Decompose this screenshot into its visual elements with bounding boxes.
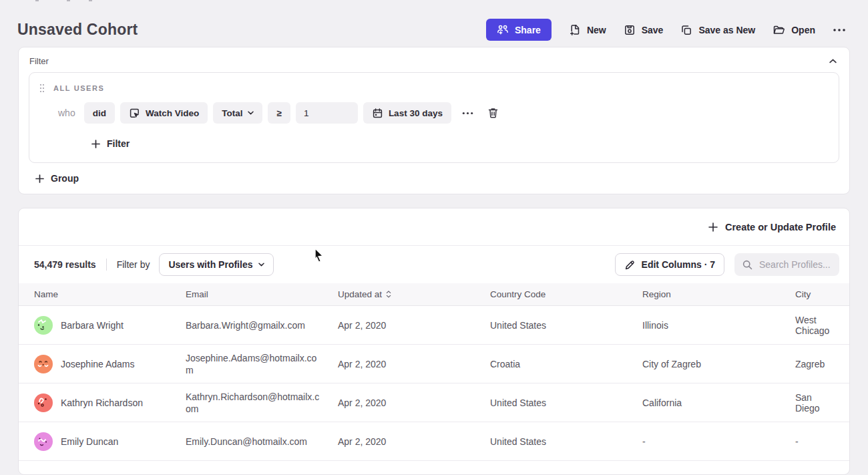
condition-more-button[interactable] <box>461 110 475 116</box>
value-input[interactable] <box>296 102 358 124</box>
new-label: New <box>587 25 606 35</box>
operator-chip[interactable]: ≥ <box>268 102 290 124</box>
more-actions-button[interactable] <box>833 28 846 32</box>
profile-city: West Chicago <box>795 315 849 336</box>
toolbar-divider <box>106 259 107 271</box>
who-label: who <box>58 108 75 118</box>
filter-condition-row: who did Watch Video Total <box>39 102 829 124</box>
profiles-search <box>734 253 839 276</box>
plus-icon <box>91 140 100 148</box>
save-button[interactable]: Save <box>624 24 664 36</box>
chevron-down-icon <box>248 111 254 115</box>
filter-by-label: Filter by <box>117 259 150 270</box>
filter-group-card: ALL USERS who did Watch Video Total <box>29 72 839 163</box>
avatar <box>34 432 53 451</box>
open-button[interactable]: Open <box>773 24 815 36</box>
filter-panel-header: Filter <box>29 56 839 66</box>
users-plus-icon <box>497 24 509 35</box>
column-header-email[interactable]: Email <box>186 289 338 299</box>
table-row[interactable]: Kathryn Richardson Kathryn.Richardson@ho… <box>19 383 849 422</box>
aggregation-label: Total <box>222 108 242 118</box>
profile-name: Josephine Adams <box>61 359 135 369</box>
results-toolbar: 54,479 results Filter by Users with Prof… <box>19 246 849 283</box>
save-as-new-button[interactable]: Save as New <box>680 24 755 36</box>
profile-email: Barbara.Wright@gmailx.com <box>186 319 338 331</box>
profiles-dropdown-label: Users with Profiles <box>168 259 252 270</box>
date-range-label: Last 30 days <box>389 108 443 118</box>
operator-label: ≥ <box>276 108 281 118</box>
column-header-country-code[interactable]: Country Code <box>490 289 642 299</box>
save-label: Save <box>642 25 664 35</box>
page-title: Unsaved Cohort <box>17 21 138 39</box>
profile-email: Emily.Duncan@hotmailx.com <box>186 436 338 448</box>
profile-email: Kathryn.Richardson@hotmailx.com <box>186 391 338 415</box>
column-header-city[interactable]: City <box>795 289 849 299</box>
add-group-label: Group <box>51 173 79 184</box>
delete-condition-button[interactable] <box>486 106 500 120</box>
save-icon <box>624 24 636 36</box>
page-header: Unsaved Cohort Share New <box>0 0 868 48</box>
add-group-button[interactable]: Group <box>35 173 79 184</box>
avatar <box>34 316 53 335</box>
table-row[interactable]: Josephine Adams Josephine.Adams@hotmailx… <box>19 345 849 383</box>
profile-email: Josephine.Adams@hotmailx.com <box>186 352 338 376</box>
sort-icon <box>386 291 391 298</box>
event-chip[interactable]: Watch Video <box>120 102 208 124</box>
filter-panel-label: Filter <box>29 56 49 66</box>
filter-panel: Filter ALL USERS who did <box>18 47 850 194</box>
add-filter-button[interactable]: Filter <box>91 138 130 149</box>
profile-region: California <box>642 398 795 408</box>
open-label: Open <box>791 25 815 35</box>
column-header-region[interactable]: Region <box>642 289 795 299</box>
profile-name: Emily Duncan <box>61 436 118 447</box>
calendar-icon <box>372 108 383 119</box>
folder-open-icon <box>773 24 785 36</box>
profile-name: Kathryn Richardson <box>61 398 143 408</box>
chevron-down-icon <box>258 263 264 267</box>
profiles-filter-dropdown[interactable]: Users with Profiles <box>159 253 274 276</box>
profile-city: - <box>795 436 849 447</box>
profile-updated-at: Apr 2, 2020 <box>338 359 490 369</box>
profile-country-code: United States <box>490 320 642 331</box>
table-header-row: Name Email Updated at Country Code Regio… <box>19 283 849 306</box>
date-range-chip[interactable]: Last 30 days <box>363 102 451 124</box>
event-label: Watch Video <box>146 108 199 118</box>
edit-columns-button[interactable]: Edit Columns · 7 <box>615 253 724 276</box>
profile-country-code: United States <box>490 398 642 408</box>
new-button[interactable]: New <box>569 24 606 36</box>
avatar <box>34 393 53 412</box>
results-count: 54,479 results <box>34 259 96 270</box>
create-or-update-profile-button[interactable]: Create or Update Profile <box>708 222 836 232</box>
save-as-new-label: Save as New <box>698 25 755 35</box>
did-chip[interactable]: did <box>84 102 115 124</box>
column-header-updated-at[interactable]: Updated at <box>338 289 490 299</box>
share-label: Share <box>515 25 541 35</box>
filter-group-label: ALL USERS <box>53 84 105 92</box>
profile-name: Barbara Wright <box>61 320 124 331</box>
search-profiles-input[interactable] <box>759 259 833 270</box>
profile-city: Zagreb <box>795 359 849 369</box>
profile-updated-at: Apr 2, 2020 <box>338 436 490 447</box>
table-row[interactable]: Barbara Wright Barbara.Wright@gmailx.com… <box>19 306 849 345</box>
share-button[interactable]: Share <box>486 19 552 41</box>
create-or-update-profile-label: Create or Update Profile <box>725 222 836 232</box>
add-filter-label: Filter <box>107 138 130 149</box>
ellipsis-icon <box>833 28 846 32</box>
results-panel: Create or Update Profile 54,479 results … <box>18 208 850 475</box>
column-header-name[interactable]: Name <box>34 289 186 299</box>
results-topbar: Create or Update Profile <box>19 208 849 246</box>
drag-handle-icon[interactable] <box>39 84 45 93</box>
table-row[interactable]: Emily Duncan Emily.Duncan@hotmailx.com A… <box>19 422 849 461</box>
edit-columns-label: Edit Columns · 7 <box>642 259 715 270</box>
pencil-icon <box>624 259 636 271</box>
collapse-filter-button[interactable] <box>828 57 838 65</box>
did-label: did <box>93 108 106 118</box>
profile-updated-at: Apr 2, 2020 <box>338 320 490 331</box>
updated-at-label: Updated at <box>338 289 382 299</box>
profile-region: Illinois <box>642 320 795 331</box>
filter-group-header: ALL USERS <box>39 84 829 93</box>
aggregation-dropdown-chip[interactable]: Total <box>213 102 262 124</box>
avatar <box>34 355 53 373</box>
profile-region: - <box>642 436 795 447</box>
cursor-click-icon <box>129 108 140 119</box>
